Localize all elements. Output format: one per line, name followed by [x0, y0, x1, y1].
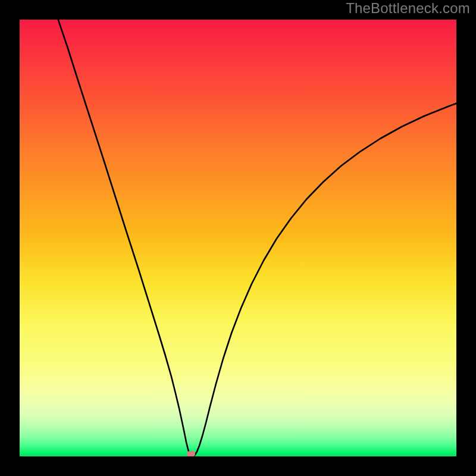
curve-svg	[20, 20, 456, 456]
plot-frame	[0, 0, 476, 476]
bottleneck-curve	[54, 20, 456, 456]
optimum-marker	[187, 451, 195, 456]
plot-area	[20, 20, 456, 456]
watermark: TheBottleneck.com	[346, 0, 470, 17]
chart-container: TheBottleneck.com	[0, 0, 476, 476]
